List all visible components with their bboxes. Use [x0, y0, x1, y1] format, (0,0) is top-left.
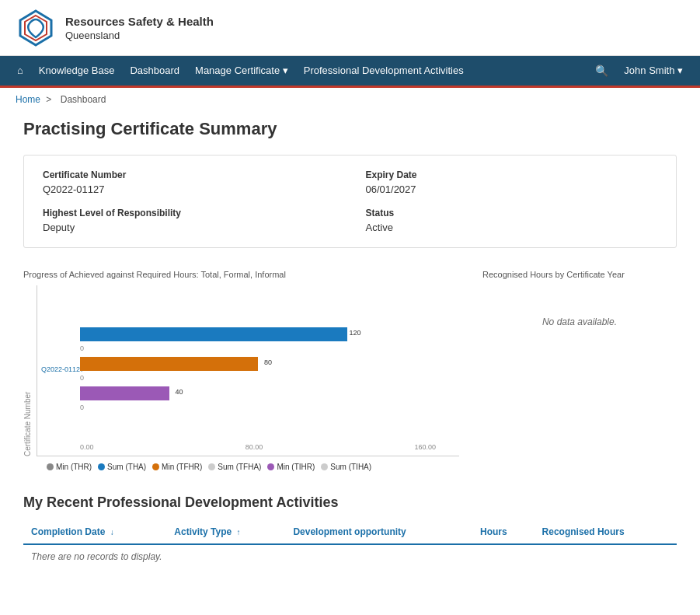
chart-legend: Min (THR) Sum (THA) Min (TFHR) Sum (TFHA… — [47, 463, 459, 471]
cert-number-label: Certificate Number — [43, 169, 335, 180]
search-icon[interactable]: 🔍 — [587, 56, 616, 86]
legend-dot-3 — [208, 463, 215, 470]
breadcrumb-home[interactable]: Home — [16, 94, 40, 105]
col-completion-date[interactable]: Completion Date ↓ — [23, 520, 166, 544]
sort-completion-icon: ↓ — [110, 528, 114, 536]
org-info: Resources Safety & Health Queensland — [65, 14, 214, 41]
breadcrumb-current: Dashboard — [61, 94, 106, 105]
cert-number-value: Q2022-01127 — [43, 183, 335, 195]
x-tick-2: 160.00 — [414, 443, 436, 451]
legend-dot-1 — [98, 463, 105, 470]
x-tick-0: 0.00 — [80, 443, 94, 451]
cert-status-label: Status — [366, 208, 658, 218]
col-dev-opportunity[interactable]: Development opportunity — [285, 520, 472, 544]
bar-chart-wrapper: Certificate Number Q2022-01127 120 — [23, 285, 459, 456]
breadcrumb-separator: > — [46, 94, 51, 105]
cert-field-number: Certificate Number Q2022-01127 — [43, 169, 335, 195]
bar-3: 40 — [80, 386, 169, 400]
table-header-row: Completion Date ↓ Activity Type ↑ Develo… — [23, 520, 677, 544]
header: Resources Safety & Health Queensland — [0, 0, 700, 56]
breadcrumb: Home > Dashboard — [0, 88, 700, 111]
legend-label-5: Sum (TIHA) — [330, 463, 371, 471]
cert-resp-value: Deputy — [43, 222, 335, 233]
legend-label-2: Min (TFHR) — [162, 463, 202, 471]
bar-3-zero: 0 — [80, 404, 84, 411]
activities-title: My Recent Professional Development Activ… — [23, 494, 677, 511]
bar-2: 80 — [80, 357, 258, 371]
chart-right: Recognised Hours by Certificate Year No … — [482, 270, 677, 358]
legend-dot-2 — [152, 463, 159, 470]
cert-resp-label: Highest Level of Responsibility — [43, 208, 335, 218]
x-tick-1: 80.00 — [246, 443, 263, 451]
bar-2-zero: 0 — [80, 374, 84, 382]
charts-section: Progress of Achieved against Required Ho… — [23, 270, 677, 471]
table-header: Completion Date ↓ Activity Type ↑ Develo… — [23, 520, 677, 544]
legend-label-3: Sum (TFHA) — [218, 463, 261, 471]
legend-dot-5 — [321, 463, 328, 470]
nav-knowledge-base[interactable]: Knowledge Base — [31, 56, 123, 86]
cert-field-responsibility: Highest Level of Responsibility Deputy — [43, 208, 335, 233]
no-records-cell: There are no records to display. — [23, 544, 677, 568]
cert-expiry-label: Expiry Date — [366, 169, 658, 180]
legend-label-0: Min (THR) — [56, 463, 92, 471]
org-name: Resources Safety & Health — [65, 14, 214, 30]
legend-item-4: Min (TIHR) — [267, 463, 315, 471]
nav-professional-dev[interactable]: Professional Development Activities — [296, 56, 472, 86]
chart-right-title: Recognised Hours by Certificate Year — [482, 270, 677, 279]
bar-1-value: 120 — [349, 329, 360, 337]
nav-home[interactable]: ⌂ — [9, 56, 31, 86]
chart-left-title: Progress of Achieved against Required Ho… — [23, 270, 459, 279]
x-axis-ticks: 0.00 80.00 160.00 — [80, 443, 436, 451]
cert-field-expiry: Expiry Date 06/01/2027 — [366, 169, 658, 195]
org-sub: Queensland — [65, 30, 214, 41]
legend-label-1: Sum (THA) — [107, 463, 146, 471]
certificate-grid: Certificate Number Q2022-01127 Expiry Da… — [43, 169, 657, 233]
cert-expiry-value: 06/01/2027 — [366, 183, 658, 195]
bar-3-value: 40 — [175, 388, 183, 396]
table-body: There are no records to display. — [23, 544, 677, 568]
main-content: Practising Certificate Summary Certifica… — [0, 111, 700, 592]
y-axis-label: Certificate Number — [23, 285, 32, 456]
legend-item-2: Min (TFHR) — [152, 463, 202, 471]
legend-dot-0 — [47, 463, 54, 470]
bar-1: 120 — [80, 327, 347, 341]
no-records-row: There are no records to display. — [23, 544, 677, 568]
cert-status-value: Active — [366, 222, 658, 233]
legend-item-3: Sum (TFHA) — [208, 463, 261, 471]
activities-table: Completion Date ↓ Activity Type ↑ Develo… — [23, 520, 677, 568]
certificate-card: Certificate Number Q2022-01127 Expiry Da… — [23, 155, 677, 248]
cert-y-label: Q2022-01127 — [41, 365, 84, 373]
cert-field-status: Status Active — [366, 208, 658, 233]
chart-right-no-data: No data available. — [482, 285, 677, 358]
navbar: ⌂ Knowledge Base Dashboard Manage Certif… — [0, 56, 700, 86]
logo-icon — [16, 8, 56, 48]
chart-left: Progress of Achieved against Required Ho… — [23, 270, 459, 471]
activities-section: My Recent Professional Development Activ… — [23, 494, 677, 568]
nav-dashboard[interactable]: Dashboard — [122, 56, 187, 86]
col-recognised-hours[interactable]: Recognised Hours — [535, 520, 677, 544]
col-hours[interactable]: Hours — [472, 520, 535, 544]
bar-chart-area: Q2022-01127 120 0 — [37, 285, 459, 456]
legend-item-0: Min (THR) — [47, 463, 92, 471]
user-menu[interactable]: John Smith ▾ — [616, 56, 691, 86]
legend-item-5: Sum (TIHA) — [321, 463, 371, 471]
legend-dot-4 — [267, 463, 274, 470]
legend-item-1: Sum (THA) — [98, 463, 146, 471]
sort-activity-icon: ↑ — [237, 528, 241, 536]
bars-area: Q2022-01127 120 0 — [80, 301, 436, 437]
col-activity-type[interactable]: Activity Type ↑ — [166, 520, 285, 544]
legend-label-4: Min (TIHR) — [277, 463, 315, 471]
bar-1-zero: 0 — [80, 344, 84, 352]
nav-manage-certificate[interactable]: Manage Certificate ▾ — [187, 56, 296, 86]
bar-2-value: 80 — [264, 358, 272, 366]
page-title: Practising Certificate Summary — [23, 119, 677, 139]
